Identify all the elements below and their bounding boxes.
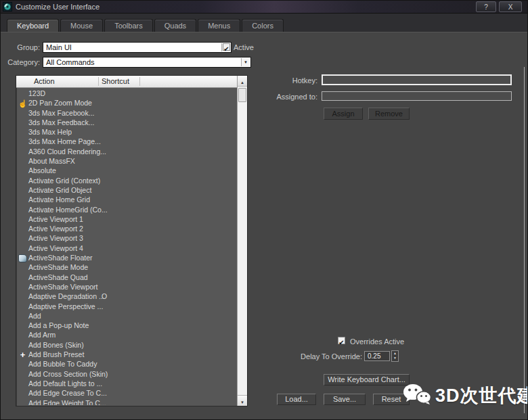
list-item[interactable]: Add a Pop-up Note [16, 321, 237, 330]
list-item[interactable]: Absolute [16, 166, 237, 175]
save-button[interactable]: Save... [324, 394, 366, 405]
list-item[interactable]: 2D Pan Zoom Mode [16, 98, 237, 108]
list-item[interactable]: Add Bones (Skin) [16, 340, 237, 350]
chevron-down-icon[interactable] [241, 58, 250, 66]
spinner-down-icon[interactable]: ▼ [392, 356, 398, 360]
action-label: 3ds Max Facebook... [28, 108, 94, 118]
3ds-max-logo-icon [3, 2, 12, 11]
blank-icon [18, 176, 28, 185]
scroll-up-arrow-icon[interactable] [238, 76, 247, 87]
action-label: Active Viewport 3 [28, 233, 83, 243]
blank-icon [18, 224, 28, 233]
list-item[interactable]: Active Viewport 4 [16, 243, 237, 253]
blank-icon [18, 156, 28, 166]
action-label: About MassFX [28, 156, 75, 166]
list-item[interactable]: Add Cross Section (Skin) [16, 369, 237, 379]
tab-mouse[interactable]: Mouse [60, 19, 103, 32]
list-item[interactable]: Add Edge Weight To C... [16, 398, 237, 406]
tab-toolbars[interactable]: Toolbars [104, 19, 153, 32]
list-item[interactable]: Activate Home Grid [16, 195, 237, 204]
action-label: ActiveShade Floater [28, 253, 93, 262]
action-label: Activate Grid (Context) [28, 176, 100, 185]
list-item[interactable]: ActiveShade Floater [16, 253, 237, 262]
list-item[interactable]: 3ds Max Help [16, 127, 237, 137]
overrides-active-label: Overrides Active [350, 337, 404, 346]
watermark-text: 3D次世代建模 [435, 383, 528, 408]
list-item[interactable]: Adaptive Degradation ...O [16, 291, 237, 301]
list-item[interactable]: 3ds Max Feedback... [16, 118, 237, 127]
wechat-icon [403, 383, 431, 408]
blank-icon [18, 302, 28, 311]
list-item[interactable]: Add Arm [16, 330, 237, 340]
list-item[interactable]: ActiveShade Mode [16, 262, 237, 272]
list-item[interactable]: Activate Grid Object [16, 185, 237, 195]
list-item[interactable]: Activate Grid (Context) [16, 176, 237, 185]
load-button[interactable]: Load... [277, 394, 316, 405]
list-item[interactable]: Add Edge Crease To C... [16, 388, 237, 398]
action-label: Add Bones (Skin) [28, 340, 84, 350]
list-item[interactable]: ActiveShade Viewport [16, 282, 237, 291]
list-item[interactable]: A360 Cloud Rendering... [16, 147, 237, 156]
list-item[interactable]: About MassFX [16, 156, 237, 166]
blank-icon [18, 137, 28, 146]
list-item[interactable]: Active Viewport 3 [16, 233, 237, 243]
column-header-shortcut[interactable]: Shortcut [102, 77, 129, 85]
delay-to-override-label: Delay To Override: [285, 352, 362, 360]
assign-button[interactable]: Assign [324, 108, 363, 120]
action-label: Add Edge Weight To C... [28, 398, 106, 406]
group-label: Group: [6, 43, 40, 51]
tab-menus[interactable]: Menus [198, 19, 240, 32]
action-label: Activate Grid Object [28, 185, 91, 195]
action-list-rows: 123D2D Pan Zoom Mode3ds Max Facebook...3… [16, 89, 237, 405]
list-item[interactable]: Add Default Lights to ... [16, 379, 237, 388]
action-list-header[interactable]: Action Shortcut [16, 76, 237, 88]
tab-bar: KeyboardMouseToolbarsQuadsMenusColors [7, 19, 284, 32]
tab-keyboard[interactable]: Keyboard [7, 19, 59, 32]
active-checkbox[interactable] [223, 43, 230, 51]
list-item[interactable]: Adaptive Perspective ... [16, 302, 237, 311]
active-checkbox-label: Active [234, 43, 254, 51]
scrollbar-thumb[interactable] [238, 88, 246, 102]
list-item[interactable]: Active Viewport 2 [16, 224, 237, 233]
column-header-action[interactable]: Action [34, 77, 55, 85]
hotkey-input[interactable] [322, 74, 512, 85]
help-button[interactable]: ? [476, 1, 496, 12]
action-label: 3ds Max Help [28, 127, 72, 137]
blank-icon [18, 273, 28, 282]
tab-colors[interactable]: Colors [242, 19, 284, 32]
blank-icon [18, 330, 28, 340]
list-item[interactable]: Add Brush Preset [16, 350, 237, 359]
delay-spinner[interactable]: ▲ ▼ [391, 350, 399, 362]
blank-icon [18, 243, 28, 253]
remove-button[interactable]: Remove [368, 108, 410, 120]
blank-icon [18, 398, 28, 406]
write-keyboard-chart-button[interactable]: Write Keyboard Chart... [324, 374, 410, 386]
plus-icon [18, 350, 28, 359]
vertical-scrollbar[interactable] [237, 76, 247, 406]
blank-icon [18, 321, 28, 330]
title-bar[interactable]: Customize User Interface ? X [1, 1, 527, 14]
scroll-down-arrow-icon[interactable] [238, 395, 247, 406]
close-button[interactable]: X [499, 1, 522, 12]
category-dropdown[interactable]: All Commands [43, 57, 251, 68]
list-item[interactable]: 3ds Max Home Page... [16, 137, 237, 146]
spinner-up-icon[interactable]: ▲ [392, 351, 398, 356]
action-label: Adaptive Perspective ... [28, 302, 103, 311]
shortcut-label: O [102, 291, 107, 301]
action-label: Adaptive Degradation ... [28, 291, 105, 301]
group-dropdown[interactable]: Main UI [43, 42, 232, 53]
list-item[interactable]: 3ds Max Facebook... [16, 108, 237, 118]
action-label: Add a Pop-up Note [28, 321, 89, 330]
delay-to-override-input[interactable]: 0.25 [364, 351, 390, 361]
blank-icon [18, 311, 28, 321]
column-divider [139, 77, 140, 86]
list-item[interactable]: Add [16, 311, 237, 321]
tab-quads[interactable]: Quads [154, 19, 196, 32]
list-item[interactable]: Active Viewport 1 [16, 214, 237, 224]
list-item[interactable]: 123D [16, 89, 237, 98]
list-item[interactable]: Add Bubble To Caddy [16, 359, 237, 369]
list-item[interactable]: ActiveShade Quad [16, 273, 237, 282]
list-item[interactable]: Activate HomeGrid (Co... [16, 205, 237, 214]
blank-icon [18, 379, 28, 388]
overrides-active-checkbox[interactable] [338, 337, 345, 344]
